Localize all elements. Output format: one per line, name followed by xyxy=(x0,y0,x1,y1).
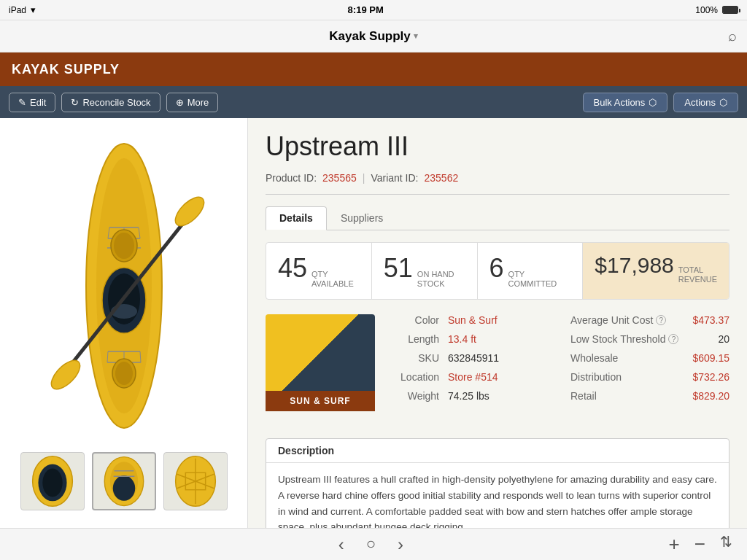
low-stock-help-icon[interactable]: ? xyxy=(668,334,678,344)
product-tabs: Details Suppliers xyxy=(266,206,729,230)
revenue-label: TOTALREVENUE xyxy=(678,265,717,284)
weight-value: 74.25 lbs xyxy=(448,390,489,402)
reconcile-stock-button[interactable]: ↻ Reconcile Stock xyxy=(61,93,160,112)
more-button[interactable]: ⊕ More xyxy=(166,93,219,112)
sku-value: 632845911 xyxy=(448,352,499,364)
description-section: Description Upstream III features a hull… xyxy=(266,438,729,528)
length-label: Length xyxy=(390,333,448,345)
variant-id-value[interactable]: 235562 xyxy=(425,172,459,184)
main-content: Upstream III Product ID: 235565 | Varian… xyxy=(0,118,747,528)
more-label: More xyxy=(187,97,209,108)
tab-details[interactable]: Details xyxy=(266,206,327,230)
reconcile-label: Reconcile Stock xyxy=(82,97,150,108)
distribution-row: Distribution $732.26 xyxy=(570,371,729,383)
description-tab-label[interactable]: Description xyxy=(266,439,729,463)
retail-row: Retail $829.20 xyxy=(570,390,729,402)
available-label: QTYAVAILABLE xyxy=(311,270,354,289)
wholesale-row: Wholesale $609.15 xyxy=(570,352,729,364)
stat-available: 45 QTYAVAILABLE xyxy=(266,243,372,299)
more-icon: ⊕ xyxy=(176,97,184,108)
revenue-number: $17,988 xyxy=(595,253,673,278)
thumbnail-2[interactable] xyxy=(92,452,156,510)
app-title: Kayak Supply ▾ xyxy=(329,29,418,44)
thumbnail-row xyxy=(20,452,228,510)
stat-committed: 6 QTYCOMMITTED xyxy=(478,243,584,299)
svg-point-19 xyxy=(115,362,133,385)
edit-button[interactable]: ✎ Edit xyxy=(9,93,55,112)
actions-label: Actions xyxy=(684,97,716,108)
bulk-actions-button[interactable]: Bulk Actions ⬡ xyxy=(583,93,668,112)
battery-percent: 100% xyxy=(695,5,718,15)
avg-unit-cost-row: Average Unit Cost ? $473.37 xyxy=(570,314,729,326)
forward-button[interactable]: › xyxy=(398,534,403,555)
status-right: 100% xyxy=(695,5,738,15)
length-row: Length 13.4 ft xyxy=(390,333,549,345)
bulk-actions-icon: ⬡ xyxy=(649,97,657,108)
minus-button[interactable]: − xyxy=(694,533,705,556)
location-row: Location Store #514 xyxy=(390,371,549,383)
svg-point-17 xyxy=(114,233,134,259)
low-stock-label: Low Stock Threshold ? xyxy=(570,333,678,345)
toolbar: ✎ Edit ↻ Reconcile Stock ⊕ More Bulk Act… xyxy=(0,86,747,118)
thumbnail-1[interactable] xyxy=(20,452,85,510)
edit-icon: ✎ xyxy=(18,97,26,108)
svg-point-28 xyxy=(112,475,135,500)
edit-label: Edit xyxy=(30,97,46,108)
color-row: Color Sun & Surf xyxy=(390,314,549,326)
id-separator: | xyxy=(363,172,365,184)
left-panel xyxy=(0,118,248,528)
variant-id-label: Variant ID: xyxy=(371,172,418,184)
main-product-image[interactable] xyxy=(22,125,226,446)
sku-label: SKU xyxy=(390,352,448,364)
home-button[interactable]: ○ xyxy=(366,534,376,555)
status-bar: iPad ▾ 8:19 PM 100% xyxy=(0,0,747,20)
retail-value: $829.20 xyxy=(692,390,729,402)
status-left: iPad ▾ xyxy=(9,4,36,15)
tab-suppliers[interactable]: Suppliers xyxy=(327,206,397,230)
actions-button[interactable]: Actions ⬡ xyxy=(673,93,738,112)
actions-icon: ⬡ xyxy=(719,97,727,108)
wifi-icon: ▾ xyxy=(31,4,36,15)
description-text: Upstream III features a hull crafted in … xyxy=(266,463,729,528)
sku-row: SKU 632845911 xyxy=(390,352,549,364)
right-panel: Upstream III Product ID: 235565 | Varian… xyxy=(248,118,747,528)
sort-button[interactable]: ⇅ xyxy=(720,533,732,556)
wholesale-value: $609.15 xyxy=(692,352,729,364)
app-title-text: Kayak Supply xyxy=(329,29,411,44)
add-button[interactable]: + xyxy=(669,533,680,556)
committed-label: QTYCOMMITTED xyxy=(508,270,557,289)
attributes-grid: Color Sun & Surf Length 13.4 ft SKU 6328… xyxy=(390,314,729,424)
bottom-nav: ‹ ○ › + − ⇅ xyxy=(0,528,747,560)
product-id-value[interactable]: 235565 xyxy=(322,172,357,184)
stats-row: 45 QTYAVAILABLE 51 ON HANDSTOCK 6 QTYCOM… xyxy=(266,242,729,300)
back-button[interactable]: ‹ xyxy=(338,534,344,555)
search-icon[interactable]: ⌕ xyxy=(728,28,737,44)
wholesale-label: Wholesale xyxy=(570,352,618,364)
status-time: 8:19 PM xyxy=(348,4,384,15)
swatch-name: SUN & SURF xyxy=(266,391,375,411)
avg-unit-cost-label: Average Unit Cost ? xyxy=(570,314,666,326)
committed-number: 6 xyxy=(489,253,504,284)
color-swatch: SUN & SURF xyxy=(266,314,375,424)
length-value: 13.4 ft xyxy=(448,333,476,345)
available-number: 45 xyxy=(278,253,307,284)
thumbnail-3[interactable] xyxy=(163,452,228,510)
details-section: SUN & SURF Color Sun & Surf Length 13.4 … xyxy=(266,314,729,424)
bulk-actions-label: Bulk Actions xyxy=(594,97,646,108)
on-hand-number: 51 xyxy=(384,253,413,284)
distribution-label: Distribution xyxy=(570,371,622,383)
color-label: Color xyxy=(390,314,448,326)
reconcile-icon: ↻ xyxy=(71,97,79,108)
svg-point-21 xyxy=(170,192,208,230)
distribution-value: $732.26 xyxy=(692,371,729,383)
weight-label: Weight xyxy=(390,390,448,402)
avg-cost-help-icon[interactable]: ? xyxy=(656,315,666,325)
retail-label: Retail xyxy=(570,390,597,402)
left-attributes: Color Sun & Surf Length 13.4 ft SKU 6328… xyxy=(390,314,549,424)
low-stock-row: Low Stock Threshold ? 20 xyxy=(570,333,729,345)
weight-row: Weight 74.25 lbs xyxy=(390,390,549,402)
svg-point-25 xyxy=(42,468,62,497)
app-title-chevron[interactable]: ▾ xyxy=(414,31,418,41)
svg-point-22 xyxy=(46,356,84,394)
location-value: Store #514 xyxy=(448,371,498,383)
